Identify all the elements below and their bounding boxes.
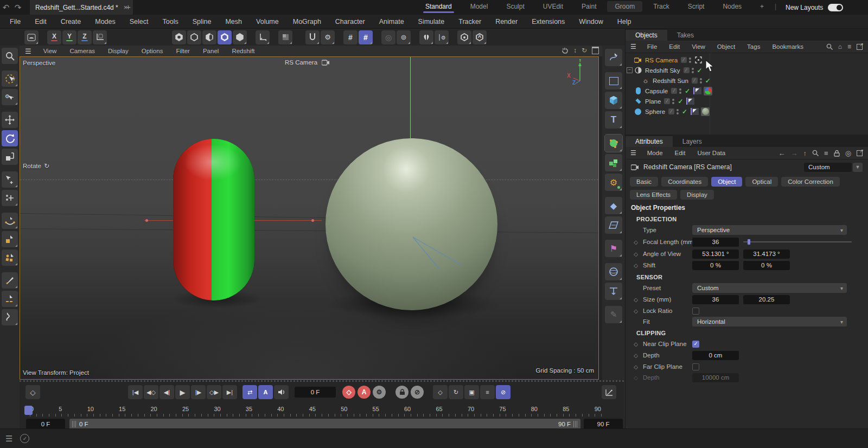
play-button[interactable]: ▶ bbox=[175, 385, 190, 399]
layout-tab-script[interactable]: Script bbox=[680, 1, 712, 12]
menu-render[interactable]: Render bbox=[488, 18, 525, 25]
range-start-field[interactable]: 0 F bbox=[26, 419, 65, 430]
viewport-3d[interactable]: Perspective RS Camera Rotate↻ Y X Z View… bbox=[20, 56, 599, 380]
simulation-settings-icon[interactable]: ⚙ bbox=[605, 174, 622, 191]
sphere-generator-icon[interactable] bbox=[605, 263, 622, 280]
viewport-menu-filter[interactable]: Filter bbox=[169, 48, 196, 54]
tree-row-capsule[interactable]: Capsule ∕ ✓ bbox=[626, 86, 868, 96]
enabled-check-icon[interactable]: ✓ bbox=[697, 67, 703, 74]
timeline-playhead[interactable] bbox=[24, 406, 33, 415]
focal-length-input[interactable]: 36 bbox=[692, 238, 739, 247]
next-frame-button[interactable]: |▶ bbox=[191, 385, 206, 399]
tree-row-redshift-sky[interactable]: − Redshift Sky ∕ ✓ bbox=[626, 65, 868, 75]
tab-attributes[interactable]: Attributes bbox=[626, 136, 673, 147]
tree-row-rs-camera[interactable]: RS Camera ∕ bbox=[626, 55, 868, 65]
menu-modes[interactable]: Modes bbox=[88, 18, 123, 25]
document-tab[interactable]: Redshift_Gett...Started.c4d * × bbox=[30, 0, 133, 15]
lock-icon[interactable] bbox=[834, 150, 840, 157]
add-layout-icon[interactable]: + bbox=[752, 1, 771, 12]
record-parameter-toggle[interactable]: ≡ bbox=[480, 385, 495, 399]
keyframe-diamond-icon[interactable]: ◇ bbox=[632, 308, 640, 314]
menu-simulate[interactable]: Simulate bbox=[411, 18, 452, 25]
active-camera-icon[interactable] bbox=[695, 56, 702, 63]
objects-menu-edit[interactable]: Edit bbox=[663, 43, 686, 50]
fcurve-editor-button[interactable] bbox=[602, 385, 616, 399]
layout-tab-sculpt[interactable]: Sculpt bbox=[499, 1, 532, 12]
keyframe-diamond-icon[interactable]: ◇ bbox=[632, 341, 640, 347]
hair-feather-icon[interactable]: ⚑ bbox=[605, 240, 622, 257]
layout-tab-standard[interactable]: Standard bbox=[418, 1, 459, 12]
record-keyframe-button[interactable]: ◇ bbox=[342, 386, 355, 399]
layout-tab-uvedit[interactable]: UVEdit bbox=[535, 1, 571, 12]
viewport-menu-redshift[interactable]: Redshift bbox=[225, 48, 261, 54]
enable-snap-button[interactable] bbox=[305, 30, 320, 44]
goto-end-button[interactable]: ▶| bbox=[222, 385, 237, 399]
menu-tools[interactable]: Tools bbox=[156, 18, 186, 25]
sensor-height-input[interactable]: 20.25 bbox=[743, 295, 790, 304]
layout-tab-groom[interactable]: Groom bbox=[607, 1, 642, 12]
tree-row-redshift-sun[interactable]: ☼ Redshift Sun ∕ ✓ bbox=[626, 75, 868, 86]
far-depth-input[interactable]: 10000 cm bbox=[692, 373, 739, 382]
normal-move-tool[interactable] bbox=[2, 190, 18, 206]
capsule-object[interactable] bbox=[173, 139, 254, 300]
menu-create[interactable]: Create bbox=[54, 18, 88, 25]
render-visibility-toggle[interactable]: ∕ bbox=[671, 88, 677, 94]
attr-tab-basic[interactable]: Basic bbox=[630, 177, 658, 187]
auto-mode-button[interactable]: A bbox=[473, 30, 487, 44]
parent-object-icon[interactable]: ↑ bbox=[803, 149, 807, 157]
attr-tab-optical[interactable]: Optical bbox=[745, 177, 778, 187]
model-mode-button[interactable] bbox=[218, 30, 232, 44]
phong-tag-icon[interactable] bbox=[686, 98, 694, 105]
projection-heading[interactable]: PROJECTION bbox=[636, 216, 677, 222]
keyframe-diamond-icon[interactable]: ◇ bbox=[632, 353, 640, 359]
quantize-lock-button[interactable]: # bbox=[359, 30, 373, 44]
edges-mode-button[interactable] bbox=[187, 30, 201, 44]
viewport-maximize-icon[interactable] bbox=[592, 47, 599, 54]
collapse-icon[interactable]: − bbox=[627, 67, 633, 73]
previous-key-button[interactable]: ◀◇ bbox=[144, 385, 158, 399]
status-hamburger-icon[interactable]: ☰ bbox=[5, 434, 12, 444]
record-rotation-toggle[interactable]: ↻ bbox=[449, 385, 463, 399]
viewport-menu-cameras[interactable]: Cameras bbox=[63, 48, 101, 54]
keyframe-settings-button[interactable]: ⚙ bbox=[373, 386, 386, 399]
symmetry-button[interactable] bbox=[419, 30, 433, 44]
filter-icon[interactable]: ≡ bbox=[847, 43, 851, 50]
set-keyframe-button[interactable]: ◇ bbox=[25, 385, 40, 399]
layout-tab-nodes[interactable]: Nodes bbox=[715, 1, 749, 12]
keyframe-diamond-icon[interactable]: ◇ bbox=[632, 239, 640, 245]
tab-takes[interactable]: Takes bbox=[667, 30, 704, 41]
mograph-matrix-icon[interactable] bbox=[605, 154, 622, 171]
attr-tab-lens-effects[interactable]: Lens Effects bbox=[630, 190, 677, 200]
viewport-orbit-icon[interactable]: ↻ bbox=[582, 47, 587, 55]
viewport-menu-options[interactable]: Options bbox=[135, 48, 170, 54]
enabled-check-icon[interactable]: ✓ bbox=[678, 98, 683, 105]
move-tool[interactable] bbox=[2, 112, 18, 128]
menu-window[interactable]: Window bbox=[572, 18, 610, 25]
attr-tab-coordinates[interactable]: Coordinates bbox=[661, 177, 708, 187]
near-clip-checkbox[interactable] bbox=[692, 341, 699, 348]
quantize-button[interactable]: # bbox=[343, 30, 358, 44]
autokey-button[interactable]: A bbox=[258, 385, 273, 399]
menu-mograph[interactable]: MoGraph bbox=[286, 18, 328, 25]
tree-row-sphere[interactable]: Sphere ∕ ✓ bbox=[626, 106, 868, 117]
shift-x-input[interactable]: 0 % bbox=[692, 261, 739, 270]
texture-mode-button[interactable] bbox=[233, 30, 247, 44]
attr-tab-display[interactable]: Display bbox=[680, 190, 714, 200]
viewport-dolly-icon[interactable]: ↕ bbox=[573, 47, 577, 55]
sensor-width-input[interactable]: 36 bbox=[692, 295, 739, 304]
objects-hamburger-icon[interactable]: ☰ bbox=[626, 43, 641, 50]
search-icon[interactable] bbox=[826, 43, 833, 50]
polygon-pen-tool[interactable] bbox=[2, 249, 18, 266]
angle-of-view-h-input[interactable]: 53.1301 ° bbox=[692, 249, 739, 259]
object-axis-button[interactable] bbox=[256, 30, 270, 44]
lock-ratio-checkbox[interactable] bbox=[692, 308, 699, 315]
menu-animate[interactable]: Animate bbox=[372, 18, 411, 25]
falloff-button[interactable]: ◎ bbox=[381, 30, 395, 44]
menu-extensions[interactable]: Extensions bbox=[525, 18, 572, 25]
menu-select[interactable]: Select bbox=[123, 18, 156, 25]
field-icon[interactable] bbox=[605, 216, 622, 234]
transform-tool[interactable] bbox=[2, 171, 18, 188]
projection-type-dropdown[interactable]: Perspective bbox=[692, 225, 847, 235]
visibility-dots[interactable] bbox=[689, 57, 691, 63]
points-mode-button[interactable] bbox=[172, 30, 186, 44]
